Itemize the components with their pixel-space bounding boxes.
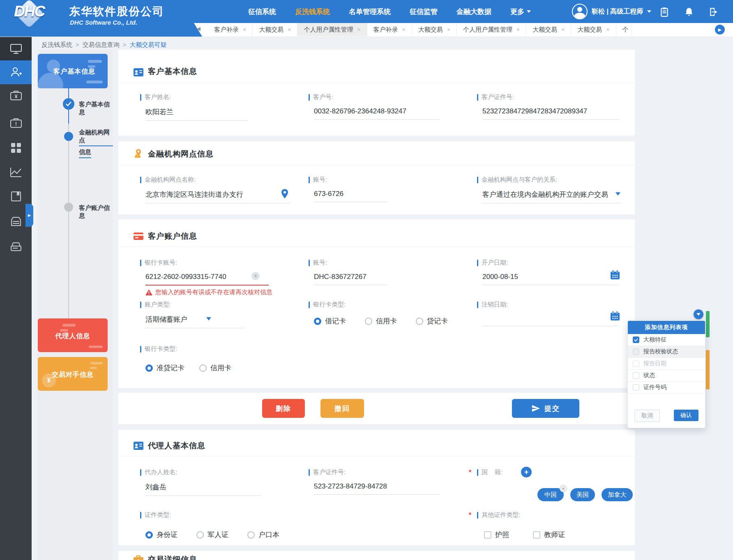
sidebar-item-alert-case[interactable]: ! — [0, 113, 32, 133]
transaction-detail-card: 交易详细信息 — [118, 551, 635, 560]
sidebar-item-money-case[interactable]: ¥ — [0, 85, 32, 106]
delete-button[interactable]: 删除 — [262, 399, 305, 418]
hidden-green-button-edge[interactable] — [706, 311, 710, 337]
radio-quasi-credit-card[interactable]: 贷记卡 — [416, 316, 448, 326]
popup-item-cert-number[interactable]: 证件号码 — [628, 382, 705, 394]
nav-list-management[interactable]: 名单管理系统 — [349, 7, 391, 16]
close-date-field[interactable] — [482, 313, 619, 326]
column-settings-toggle[interactable] — [694, 309, 703, 319]
close-icon[interactable]: × — [561, 26, 565, 33]
radio-military-card[interactable]: 军人证 — [196, 530, 228, 539]
agent-id-field[interactable]: 523-2723-84729-84728 — [314, 482, 439, 495]
stepcard-counterparty[interactable]: ¥ 交易对手信息 — [38, 357, 108, 391]
remove-tag-icon[interactable]: × — [560, 485, 567, 492]
stepcard-customer-basic[interactable]: 客户基本信息 — [38, 54, 108, 88]
branch-account-label: 账号: — [309, 176, 327, 184]
radio-debit-card[interactable]: 借记卡 — [314, 316, 346, 326]
close-icon[interactable]: × — [357, 26, 360, 33]
sidebar-item-customer-entry[interactable] — [0, 60, 32, 84]
close-icon[interactable]: × — [243, 26, 246, 33]
stepcard-agent[interactable]: 代理人信息 — [38, 318, 108, 352]
tab-personal-user-attr-active[interactable]: 个人用户属性管理× — [297, 23, 367, 36]
popup-item-large-amount-feature[interactable]: 大额特征 — [628, 334, 705, 346]
breadcrumb-aml[interactable]: 反洗钱系统 — [41, 41, 72, 49]
location-pin-icon[interactable] — [281, 189, 288, 199]
step3-dot-icon[interactable] — [64, 203, 73, 212]
radio-quasi-credit[interactable]: 准贷记卡 — [145, 363, 184, 373]
popup-confirm-button[interactable]: 确认 — [674, 410, 698, 421]
briefcase-icon — [133, 554, 144, 560]
popup-item-status[interactable]: 状态 — [628, 370, 705, 382]
tab-large-transaction-3[interactable]: 大额交易× — [526, 23, 571, 36]
checkbox-icon[interactable] — [633, 372, 639, 379]
close-icon[interactable]: × — [606, 26, 609, 33]
checkbox-teacher-cert[interactable]: 教师证 — [533, 530, 565, 539]
nav-aml-system[interactable]: 反洗钱系统 — [295, 7, 330, 16]
step-customer-basic[interactable]: 客户基本信息 — [79, 101, 113, 116]
nationality-tag-usa[interactable]: 美国 — [570, 488, 595, 501]
open-date-field[interactable]: 2000-08-15 — [482, 273, 619, 285]
chevron-down-icon[interactable] — [615, 192, 620, 196]
popup-cancel-button[interactable]: 取消 — [634, 410, 660, 422]
tab-scroll-left-icon[interactable]: ◀ — [196, 25, 201, 32]
user-menu[interactable]: 靳松 | 高级工程师 — [572, 0, 651, 23]
tab-customer-supplement-2[interactable]: 客户补录× — [367, 23, 412, 36]
tab-customer-supplement[interactable]: 客户补录× — [208, 23, 253, 36]
account-no-field[interactable]: DHC-836727267 — [314, 273, 388, 285]
nationality-tag-canada[interactable]: 加拿大 — [602, 488, 633, 501]
tab-truncated[interactable]: 个 — [616, 23, 632, 36]
add-nationality-button[interactable]: + — [521, 467, 532, 477]
relation-select[interactable]: 客户通过在境内金融机构开立的账户交易 — [482, 190, 620, 203]
radio-household-register[interactable]: 户口本 — [247, 530, 279, 539]
customer-no-field[interactable]: 0032-826796-2364248-93247 — [314, 107, 439, 120]
tab-personal-user-attr-2[interactable]: 个人用户属性管理× — [457, 23, 526, 36]
chevron-down-icon[interactable] — [206, 317, 211, 320]
nav-credit-system[interactable]: 征信系统 — [248, 7, 276, 16]
tab-large-transaction-2[interactable]: 大额交易× — [412, 23, 457, 36]
close-icon[interactable]: × — [516, 26, 520, 33]
step1-check-icon[interactable] — [63, 98, 74, 110]
logout-icon[interactable] — [708, 7, 719, 17]
bell-icon[interactable] — [684, 7, 694, 17]
branch-name-field[interactable]: 北京市海淀区马连洼街道办支行 — [145, 190, 290, 203]
customer-name-field[interactable]: 欧阳若兰 — [145, 107, 248, 121]
radio-credit-card[interactable]: 信用卡 — [365, 316, 397, 326]
bank-card-no-field[interactable]: 6212-2602-0993315-7740 — [145, 273, 269, 286]
branch-account-field[interactable]: 673-6726 — [314, 190, 388, 202]
close-icon[interactable]: × — [288, 26, 291, 33]
sidebar-item-dashboard[interactable] — [0, 37, 32, 60]
radio-id-card[interactable]: 身份证 — [145, 530, 177, 539]
checkbox-checked-icon[interactable] — [633, 336, 639, 343]
breadcrumb-transaction-query[interactable]: 交易信息查询 — [83, 41, 120, 49]
submit-button[interactable]: 提交 — [512, 399, 579, 418]
close-icon[interactable]: × — [402, 26, 406, 33]
close-icon[interactable]: × — [447, 26, 450, 33]
checkbox-icon[interactable] — [633, 348, 639, 355]
agent-name-field[interactable]: 刘鑫岳 — [145, 482, 260, 496]
customer-id-field[interactable]: 523272384729847283472089347 — [482, 107, 619, 120]
sidebar-item-apps[interactable] — [0, 138, 32, 158]
sidebar-expand-handle[interactable]: ▶ — [25, 204, 33, 227]
checkbox-passport[interactable]: 护照 — [484, 530, 509, 539]
account-type-select[interactable]: 活期储蓄账户 — [145, 315, 244, 328]
nav-credit-supervision[interactable]: 征信监管 — [410, 7, 438, 16]
tab-large-transaction[interactable]: 大额交易× — [253, 23, 297, 36]
nav-more[interactable]: 更多 — [510, 7, 531, 16]
popup-item-report-check-status[interactable]: 报告校验状态 — [628, 346, 705, 358]
tab-scroll-right-icon[interactable]: ▶ — [715, 25, 725, 35]
radio-credit[interactable]: 信用卡 — [199, 363, 231, 373]
nav-financial-bigdata[interactable]: 金融大数据 — [456, 7, 491, 16]
calendar-icon[interactable] — [610, 270, 620, 280]
step-account-info[interactable]: 客户账户信息 — [79, 204, 113, 220]
clear-input-icon[interactable]: × — [251, 272, 260, 280]
step2-dot-icon[interactable] — [64, 132, 73, 141]
step-branch-info[interactable]: 金融机构网点 信息 — [79, 129, 113, 160]
withdraw-button[interactable]: 撤回 — [320, 399, 364, 418]
clipboard-icon[interactable] — [659, 7, 670, 17]
sidebar-item-scanner[interactable] — [0, 236, 32, 257]
sidebar-item-analytics[interactable] — [0, 162, 32, 182]
tab-large-transaction-4[interactable]: 大额交易× — [571, 23, 616, 36]
hidden-orange-button-edge[interactable] — [706, 350, 710, 389]
calendar-icon[interactable] — [610, 311, 620, 321]
checkbox-icon[interactable] — [633, 384, 639, 391]
